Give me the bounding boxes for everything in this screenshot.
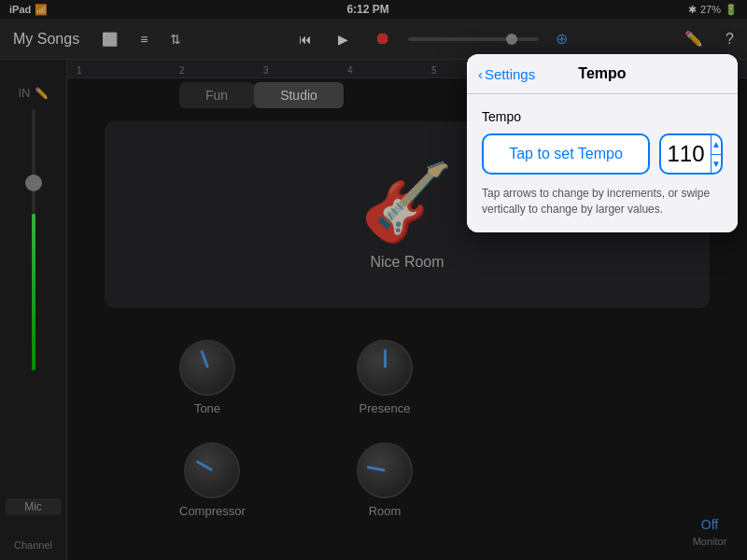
tempo-value: 110 <box>661 141 711 167</box>
popup-section-label: Tempo <box>482 109 723 124</box>
chevron-left-icon: ‹ <box>478 66 483 82</box>
popup-body: Tempo Tap to set Tempo 110 ▲ ▼ Tap arrow… <box>467 94 738 232</box>
tempo-controls: Tap to set Tempo 110 ▲ ▼ <box>482 133 723 175</box>
settings-popup: ‹ Settings Tempo Tempo Tap to set Tempo … <box>467 54 738 232</box>
popup-back-label: Settings <box>485 66 535 82</box>
stepper-arrows: ▲ ▼ <box>711 135 721 173</box>
tempo-stepper: 110 ▲ ▼ <box>659 133 723 175</box>
popup-back-button[interactable]: ‹ Settings <box>478 66 535 82</box>
stepper-down-button[interactable]: ▼ <box>712 155 721 174</box>
stepper-up-button[interactable]: ▲ <box>712 135 721 155</box>
popup-header: ‹ Settings Tempo <box>467 54 738 94</box>
popup-title: Tempo <box>578 65 626 82</box>
popup-hint: Tap arrows to change by increments, or s… <box>482 186 723 217</box>
tap-tempo-button[interactable]: Tap to set Tempo <box>482 133 650 175</box>
